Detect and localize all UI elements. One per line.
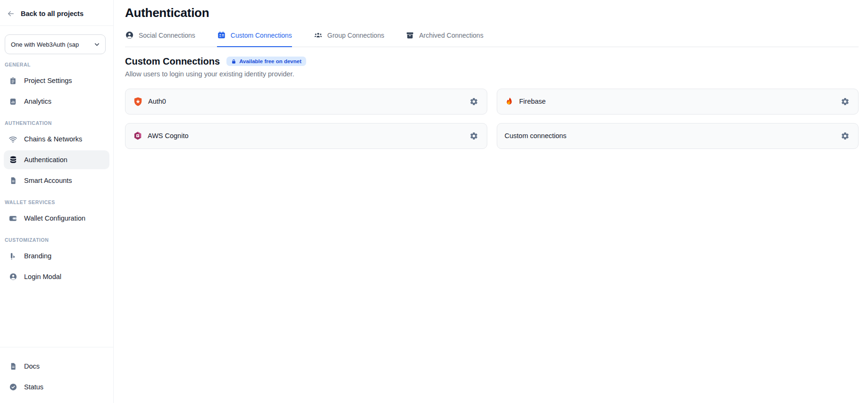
sidebar-item-branding[interactable]: Branding [4, 247, 109, 265]
divider [0, 25, 113, 26]
lock-icon [231, 59, 236, 64]
tab-social-connections[interactable]: Social Connections [125, 31, 195, 47]
user-circle-icon [8, 272, 17, 281]
chevron-down-icon [93, 41, 100, 48]
section-label-general: GENERAL [4, 54, 109, 71]
connection-card-firebase[interactable]: Firebase [497, 89, 859, 115]
bar-chart-icon [8, 98, 17, 106]
sidebar-item-label: Chains & Networks [24, 135, 82, 143]
devnet-badge-label: Available free on devnet [239, 58, 301, 64]
section-label-authentication: AUTHENTICATION [4, 113, 109, 130]
section-label-customization: CUSTOMIZATION [4, 230, 109, 247]
devnet-badge: Available free on devnet [226, 57, 306, 66]
settings-gear-button[interactable] [839, 95, 851, 108]
section-head: Custom Connections Available free on dev… [125, 56, 859, 67]
connection-card-label: Firebase [519, 98, 546, 105]
spacer [0, 288, 113, 347]
sidebar-item-login-modal[interactable]: Login Modal [4, 267, 109, 286]
connection-card-label: Auth0 [148, 98, 166, 105]
page-title: Authentication [125, 6, 859, 20]
project-selector[interactable]: One with Web3Auth (sap [5, 34, 106, 54]
tab-label: Archived Connections [419, 32, 483, 39]
sidebar: Back to all projects One with Web3Auth (… [0, 0, 114, 403]
arrow-left-icon [7, 9, 15, 18]
sidebar-item-label: Docs [24, 362, 40, 370]
document-icon [8, 362, 17, 370]
sidebar-item-label: Branding [24, 252, 51, 260]
wifi-icon [8, 135, 17, 144]
aws-cognito-logo [133, 131, 142, 140]
settings-gear-button[interactable] [839, 130, 851, 142]
connection-card-aws-cognito[interactable]: AWS Cognito [125, 123, 487, 149]
clipboard-icon [8, 77, 17, 85]
tab-custom-connections[interactable]: Custom Connections [217, 31, 292, 47]
main-content: Authentication Social Connections Custom… [114, 0, 868, 403]
connection-cards: Auth0 Firebase AWS Cognito Custom [125, 89, 859, 149]
connection-card-auth0[interactable]: Auth0 [125, 89, 487, 115]
tab-label: Social Connections [139, 32, 195, 39]
settings-gear-button[interactable] [467, 130, 480, 142]
sidebar-item-label: Status [24, 383, 43, 391]
project-selector-value: One with Web3Auth (sap [11, 41, 91, 48]
connection-card-label: Custom connections [505, 132, 567, 140]
sidebar-item-label: Smart Accounts [24, 177, 72, 184]
database-icon [8, 156, 17, 164]
sidebar-item-chains-networks[interactable]: Chains & Networks [4, 130, 109, 148]
user-circle-icon [125, 31, 134, 40]
users-group-icon [314, 31, 323, 40]
tab-label: Custom Connections [231, 32, 292, 39]
check-circle-icon [8, 383, 17, 391]
settings-gear-button[interactable] [467, 95, 480, 108]
tab-group-connections[interactable]: Group Connections [314, 31, 384, 47]
tab-archived-connections[interactable]: Archived Connections [406, 31, 483, 47]
sidebar-nav: GENERAL Project Settings Analytics AUTHE… [0, 54, 113, 288]
sidebar-item-label: Project Settings [24, 77, 72, 84]
paintbrush-icon [8, 252, 17, 260]
firebase-logo [505, 97, 514, 106]
tab-label: Group Connections [327, 32, 384, 39]
connection-card-custom[interactable]: Custom connections [497, 123, 859, 149]
sidebar-item-docs[interactable]: Docs [4, 357, 109, 376]
section-label-wallet-services: WALLET SERVICES [4, 192, 109, 209]
sidebar-item-authentication[interactable]: Authentication [4, 150, 109, 169]
sidebar-footer: Docs Status [0, 347, 113, 403]
sidebar-item-status[interactable]: Status [4, 378, 109, 396]
sidebar-item-label: Analytics [24, 98, 51, 105]
connection-card-label: AWS Cognito [148, 132, 189, 140]
sidebar-item-label: Wallet Configuration [24, 214, 85, 222]
sidebar-item-label: Authentication [24, 156, 67, 164]
badge-icon [217, 31, 226, 40]
sidebar-item-wallet-configuration[interactable]: Wallet Configuration [4, 209, 109, 228]
section-heading: Custom Connections [125, 56, 220, 67]
back-to-projects-link[interactable]: Back to all projects [0, 0, 113, 25]
sidebar-item-project-settings[interactable]: Project Settings [4, 71, 109, 90]
wallet-icon [8, 214, 17, 223]
sidebar-item-smart-accounts[interactable]: Smart Accounts [4, 171, 109, 190]
sidebar-item-label: Login Modal [24, 273, 61, 280]
sidebar-item-analytics[interactable]: Analytics [4, 92, 109, 111]
back-label: Back to all projects [21, 10, 83, 17]
section-description: Allow users to login using your existing… [125, 70, 859, 78]
document-icon [8, 177, 17, 184]
archive-box-icon [406, 31, 414, 40]
tab-bar: Social Connections Custom Connections Gr… [125, 31, 859, 47]
auth0-logo [133, 97, 143, 107]
